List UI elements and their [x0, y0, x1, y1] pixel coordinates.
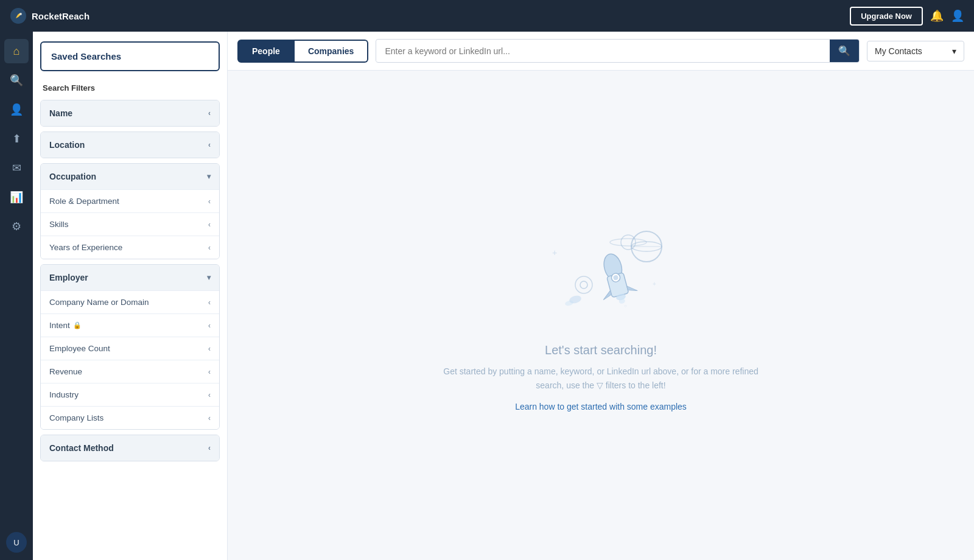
filter-sub-label-skills: Skills: [49, 220, 69, 229]
chevron-skills-icon: ‹: [208, 220, 211, 229]
filter-sub-label-revenue: Revenue: [49, 367, 82, 376]
tab-group: People Companies: [237, 40, 368, 63]
filter-label-occupation: Occupation: [49, 172, 96, 181]
empty-state-description: Get started by putting a name, keyword, …: [430, 365, 771, 392]
sidebar-mail-icon[interactable]: ✉: [4, 156, 29, 180]
chevron-role-icon: ‹: [208, 197, 211, 206]
chevron-industry-icon: ‹: [208, 391, 211, 399]
filter-sub-role[interactable]: Role & Department ‹: [41, 189, 219, 212]
search-bar-row: People Companies 🔍 My Contacts ▾: [228, 32, 974, 71]
search-button[interactable]: 🔍: [830, 40, 859, 62]
filter-header-occupation[interactable]: Occupation ▾: [41, 164, 219, 189]
upgrade-button[interactable]: Upgrade Now: [850, 7, 923, 26]
filter-sub-label-intent: Intent 🔒: [49, 321, 82, 330]
tab-companies[interactable]: Companies: [295, 40, 368, 63]
bell-icon[interactable]: 🔔: [930, 9, 944, 23]
filter-group-contact-method: Contact Method ‹: [40, 435, 220, 461]
empty-state-title: Let's start searching!: [545, 343, 657, 357]
chevron-occupation-icon: ▾: [207, 172, 211, 181]
content-area: People Companies 🔍 My Contacts ▾ +: [228, 32, 974, 560]
filter-sub-company-lists[interactable]: Company Lists ‹: [41, 406, 219, 429]
svg-point-1: [19, 13, 22, 15]
filter-sub-label-company-lists: Company Lists: [49, 413, 103, 422]
logo-text: RocketReach: [32, 11, 89, 21]
filter-header-contact-method[interactable]: Contact Method ‹: [41, 435, 219, 461]
empty-state: + + ○: [228, 71, 974, 560]
sidebar-settings-icon[interactable]: ⚙: [4, 214, 29, 239]
chevron-name-icon: ‹: [208, 109, 211, 117]
svg-text:+: +: [653, 281, 656, 287]
search-input[interactable]: [376, 41, 830, 61]
svg-text:+: +: [552, 248, 557, 257]
my-contacts-dropdown[interactable]: My Contacts ▾: [867, 41, 964, 61]
user-icon[interactable]: 👤: [951, 9, 964, 23]
empty-state-link[interactable]: Learn how to get started with some examp…: [515, 402, 687, 411]
sidebar-home-icon[interactable]: ⌂: [4, 39, 29, 63]
filter-group-name: Name ‹: [40, 100, 220, 127]
top-navigation: RocketReach Upgrade Now 🔔 👤: [0, 0, 974, 32]
chevron-intent-icon: ‹: [208, 321, 211, 330]
logo[interactable]: RocketReach: [10, 7, 89, 24]
filter-header-employer[interactable]: Employer ▾: [41, 265, 219, 290]
filter-panel: Saved Searches Search Filters Name ‹ Loc…: [33, 32, 228, 560]
search-filters-title: Search Filters: [40, 83, 220, 93]
filter-sub-industry[interactable]: Industry ‹: [41, 383, 219, 406]
filter-group-occupation: Occupation ▾ Role & Department ‹ Skills …: [40, 163, 220, 259]
filter-header-name[interactable]: Name ‹: [41, 100, 219, 126]
chevron-revenue-icon: ‹: [208, 368, 211, 376]
filter-sub-label-employee-count: Employee Count: [49, 344, 110, 353]
left-sidebar: ⌂ 🔍 👤 ⬆ ✉ 📊 ⚙ U: [0, 32, 33, 560]
filter-group-location: Location ‹: [40, 131, 220, 158]
chevron-company-icon: ‹: [208, 298, 211, 307]
filter-sub-revenue[interactable]: Revenue ‹: [41, 360, 219, 383]
filter-label-name: Name: [49, 108, 72, 118]
main-wrapper: Saved Searches Search Filters Name ‹ Loc…: [33, 32, 974, 560]
sidebar-contacts-icon[interactable]: 👤: [4, 97, 29, 122]
lock-intent-icon: 🔒: [73, 321, 82, 329]
dropdown-arrow-icon: ▾: [952, 46, 956, 56]
saved-searches-button[interactable]: Saved Searches: [40, 41, 220, 71]
filter-label-contact-method: Contact Method: [49, 443, 114, 453]
filter-sub-years[interactable]: Years of Experience ‹: [41, 236, 219, 259]
filter-sub-company[interactable]: Company Name or Domain ‹: [41, 290, 219, 313]
search-icon: 🔍: [838, 46, 850, 56]
my-contacts-label: My Contacts: [875, 46, 922, 56]
svg-text:○: ○: [624, 303, 627, 309]
svg-point-9: [621, 235, 636, 250]
filter-group-employer: Employer ▾ Company Name or Domain ‹ Inte…: [40, 264, 220, 430]
chevron-contact-method-icon: ‹: [208, 444, 211, 452]
chevron-location-icon: ‹: [208, 141, 211, 149]
search-input-wrap: 🔍: [376, 39, 860, 63]
filter-header-location[interactable]: Location ‹: [41, 132, 219, 158]
svg-point-17: [580, 281, 587, 289]
filter-label-location: Location: [49, 140, 85, 150]
svg-point-16: [575, 276, 592, 293]
filter-sub-label-role: Role & Department: [49, 197, 119, 206]
filter-sub-skills[interactable]: Skills ‹: [41, 212, 219, 236]
user-avatar[interactable]: U: [6, 532, 27, 553]
filter-sub-employee-count[interactable]: Employee Count ‹: [41, 337, 219, 360]
filter-sub-label-industry: Industry: [49, 390, 79, 399]
tab-people[interactable]: People: [237, 40, 295, 63]
nav-right: Upgrade Now 🔔 👤: [850, 7, 964, 26]
sidebar-search-icon[interactable]: 🔍: [4, 68, 29, 93]
filter-sub-label-company: Company Name or Domain: [49, 298, 149, 307]
chevron-employer-icon: ▾: [207, 273, 211, 282]
chevron-company-lists-icon: ‹: [208, 414, 211, 422]
sidebar-upload-icon[interactable]: ⬆: [4, 127, 29, 151]
chevron-employee-count-icon: ‹: [208, 345, 211, 353]
filter-sub-label-years: Years of Experience: [49, 243, 122, 252]
chevron-years-icon: ‹: [208, 243, 211, 252]
sidebar-reports-icon[interactable]: 📊: [4, 185, 29, 209]
filter-label-employer: Employer: [49, 273, 88, 282]
rocket-illustration: + + ○: [534, 219, 668, 329]
filter-sub-intent[interactable]: Intent 🔒 ‹: [41, 313, 219, 337]
